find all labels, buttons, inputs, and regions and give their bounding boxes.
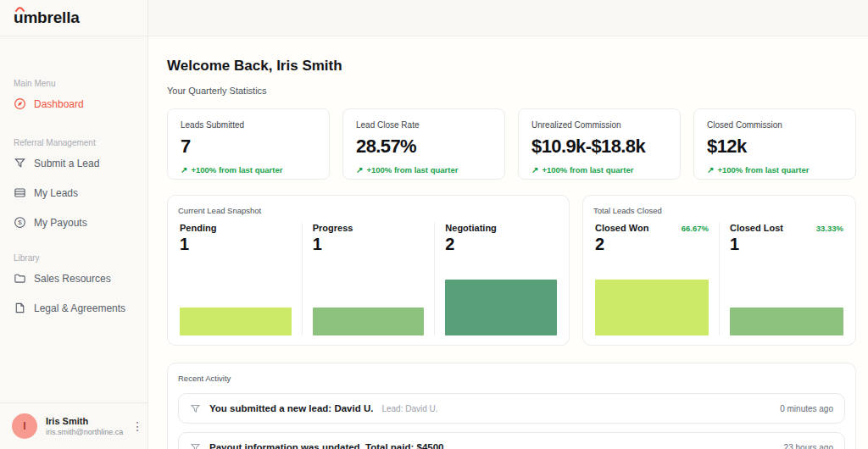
sidebar-item-sales-resources[interactable]: Sales Resources — [0, 264, 147, 292]
logo-row: umbrella — [0, 0, 147, 36]
current-lead-snapshot-panel: Current Lead Snapshot Pending 1 Progress… — [167, 195, 570, 346]
sidebar-item-label: My Payouts — [34, 217, 87, 229]
panel-title: Total Leads Closed — [593, 206, 845, 215]
stat-label: Leads Submitted — [181, 120, 316, 130]
col-value: 1 — [730, 235, 843, 254]
section-label-library: Library — [0, 253, 147, 263]
folder-icon — [14, 272, 26, 285]
stat-value: 7 — [181, 136, 316, 158]
activity-text: Payout information was updated. Total pa… — [209, 442, 443, 449]
funnel-dollar-icon — [14, 157, 26, 169]
stat-value: $12k — [707, 136, 843, 158]
funnel-icon — [190, 442, 201, 449]
page-subtitle: Your Quarterly Statistics — [167, 86, 856, 96]
trend-up-icon: ↗ — [181, 165, 187, 175]
snapshot-col-pending: Pending 1 — [178, 223, 303, 335]
table-icon — [14, 186, 26, 199]
page-title: Welcome Back, Iris Smith — [167, 58, 856, 75]
col-percent: 33.33% — [816, 224, 843, 233]
panel-title: Recent Activity — [178, 374, 845, 383]
sidebar-item-label: Dashboard — [34, 98, 84, 110]
closed-col-lost: Closed Lost 33.33% 1 — [720, 223, 845, 335]
activity-text: You submitted a new lead: David U. — [209, 403, 373, 413]
top-bar — [148, 0, 868, 36]
snapshot-col-negotiating: Negotiating 2 — [435, 223, 559, 335]
col-label: Closed Lost — [730, 223, 783, 233]
col-label: Negotiating — [445, 223, 497, 233]
document-icon — [14, 302, 26, 314]
stat-trend-text: +100% from last quarter — [717, 165, 809, 175]
col-value: 2 — [445, 235, 557, 254]
snapshot-col-progress: Progress 1 — [303, 223, 436, 335]
compass-icon — [14, 97, 26, 110]
activity-timestamp: 0 minutes ago — [780, 404, 833, 413]
total-leads-closed-panel: Total Leads Closed Closed Won 66.67% 2 — [582, 195, 856, 346]
col-value: 1 — [313, 235, 425, 254]
content: Welcome Back, Iris Smith Your Quarterly … — [148, 36, 868, 449]
activity-row[interactable]: You submitted a new lead: David U. Lead:… — [178, 393, 845, 424]
stat-label: Unrealized Commission — [531, 120, 667, 130]
stat-card-unrealized-commission: Unrealized Commission $10.9k-$18.8k ↗+10… — [518, 108, 681, 180]
col-label: Progress — [313, 223, 353, 233]
user-name: Iris Smith — [46, 416, 123, 426]
kebab-menu-icon[interactable]: ⋮ — [131, 420, 143, 432]
user-info: Iris Smith iris.smith@northline.ca — [46, 416, 123, 436]
svg-text:$: $ — [18, 219, 22, 226]
dollar-circle-icon: $ — [14, 216, 26, 229]
snapshot-columns: Pending 1 Progress 1 Negotiating 2 — [178, 223, 559, 335]
activity-row[interactable]: Payout information was updated. Total pa… — [178, 432, 845, 449]
stats-grid: Leads Submitted 7 ↗+100% from last quart… — [167, 108, 856, 180]
col-percent: 66.67% — [682, 224, 709, 233]
sidebar-item-legal-agreements[interactable]: Legal & Agreements — [0, 294, 147, 322]
stat-label: Lead Close Rate — [356, 120, 492, 130]
col-value: 2 — [595, 235, 709, 254]
user-email: iris.smith@northline.ca — [46, 428, 123, 436]
main-area: Welcome Back, Iris Smith Your Quarterly … — [148, 0, 868, 449]
closed-col-won: Closed Won 66.67% 2 — [593, 223, 720, 335]
logo-accent-icon — [14, 6, 25, 12]
recent-activity-panel: Recent Activity You submitted a new lead… — [167, 363, 856, 449]
stat-trend: ↗+100% from last quarter — [181, 165, 316, 175]
closed-columns: Closed Won 66.67% 2 Closed Lost 33.33% 1 — [593, 223, 845, 335]
stat-trend-text: +100% from last quarter — [366, 165, 458, 175]
sidebar-item-my-payouts[interactable]: $ My Payouts — [0, 208, 147, 236]
trend-up-icon: ↗ — [356, 165, 363, 175]
sidebar-item-label: Submit a Lead — [34, 158, 99, 169]
col-label: Pending — [180, 223, 216, 233]
sidebar-item-label: My Leads — [34, 187, 78, 199]
stat-value: $10.9k-$18.8k — [531, 136, 667, 158]
stat-card-closed-commission: Closed Commission $12k ↗+100% from last … — [693, 108, 856, 180]
trend-up-icon: ↗ — [531, 165, 538, 175]
stat-card-leads-submitted: Leads Submitted 7 ↗+100% from last quart… — [167, 108, 330, 180]
user-block[interactable]: I Iris Smith iris.smith@northline.ca ⋮ — [0, 402, 147, 449]
logo[interactable]: umbrella — [14, 8, 80, 27]
trend-up-icon: ↗ — [707, 165, 714, 175]
section-label-main-menu: Main Menu — [0, 79, 147, 88]
stat-trend-text: +100% from last quarter — [542, 165, 633, 175]
sidebar-item-label: Legal & Agreements — [34, 302, 125, 314]
sidebar-item-submit-a-lead[interactable]: Submit a Lead — [0, 149, 147, 177]
activity-subtext: Lead: David U. — [381, 404, 437, 413]
funnel-icon — [190, 403, 201, 414]
col-label: Closed Won — [595, 223, 648, 233]
sidebar: umbrella Main Menu Dashboard Referral Ma… — [0, 0, 148, 449]
closed-lost-bar — [730, 308, 843, 335]
stat-label: Closed Commission — [707, 120, 843, 130]
sidebar-item-my-leads[interactable]: My Leads — [0, 179, 147, 207]
pending-bar — [180, 308, 292, 335]
stat-trend: ↗+100% from last quarter — [707, 165, 843, 175]
progress-bar — [313, 308, 425, 335]
stat-trend-text: +100% from last quarter — [191, 165, 282, 175]
stat-card-lead-close-rate: Lead Close Rate 28.57% ↗+100% from last … — [342, 108, 505, 180]
panel-title: Current Lead Snapshot — [178, 206, 559, 215]
stat-value: 28.57% — [356, 136, 492, 158]
sidebar-item-dashboard[interactable]: Dashboard — [0, 90, 147, 118]
closed-won-bar — [595, 280, 709, 335]
section-label-referral-management: Referral Management — [0, 138, 147, 147]
stat-trend: ↗+100% from last quarter — [356, 165, 492, 175]
avatar: I — [12, 413, 37, 439]
activity-timestamp: 23 hours ago — [784, 443, 833, 449]
stat-trend: ↗+100% from last quarter — [531, 165, 667, 175]
mid-panels: Current Lead Snapshot Pending 1 Progress… — [167, 195, 856, 346]
col-value: 1 — [180, 235, 292, 254]
